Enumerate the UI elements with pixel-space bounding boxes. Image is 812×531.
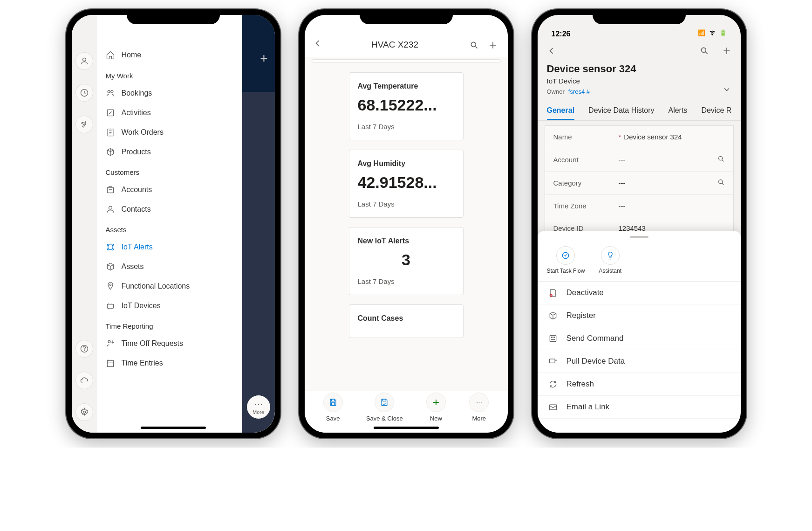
tab-alerts[interactable]: Alerts [668,101,687,120]
accounts-icon [106,185,115,194]
workorders-icon [106,128,115,137]
recent-icon[interactable] [75,84,93,102]
more-icon: ⋯ [469,393,489,412]
owner-link[interactable]: fsres4 # [568,88,590,95]
help-icon[interactable] [75,340,93,358]
left-rail [72,15,97,433]
add-icon[interactable] [722,46,731,57]
profile-icon[interactable] [75,52,93,70]
cloud-icon[interactable] [75,372,93,389]
register-icon [548,311,558,320]
tab-device-r[interactable]: Device R [701,101,731,120]
action-pull-data[interactable]: Pull Device Data [538,350,741,373]
action-deactivate[interactable]: Deactivate [538,282,741,304]
more-button[interactable]: ⋯ More [469,393,489,422]
svg-point-0 [83,58,86,61]
title-section: Device sensor 324 IoT Device Owner fsres… [538,63,741,101]
action-refresh[interactable]: Refresh [538,373,741,396]
deactivate-icon [548,288,558,297]
email-icon [548,402,558,412]
svg-rect-9 [107,187,113,193]
svg-point-4 [83,411,86,414]
tabs: General Device Data History Alerts Devic… [538,101,741,121]
battery-icon: 🔋 [719,29,727,36]
metric-value: 3 [358,251,455,269]
device-subtitle: IoT Device [547,77,731,85]
metric-card-humidity[interactable]: Avg Humidity 42.91528... Last 7 Days [349,150,464,218]
svg-rect-18 [107,360,113,366]
add-icon[interactable]: + [260,51,267,66]
phone-3: 12:26 📶 🔋 Device sensor 324 IoT Device O… [532,9,746,438]
svg-rect-20 [331,399,334,401]
products-icon [106,147,115,157]
action-email-link[interactable]: Email a Link [538,396,741,419]
save-close-button[interactable]: Save & Close [366,393,403,422]
metric-period: Last 7 Days [358,277,455,285]
svg-point-23 [701,48,706,52]
add-icon[interactable] [486,41,499,50]
svg-rect-21 [331,403,334,406]
more-button[interactable]: ⋯ More [247,395,270,419]
search-icon[interactable] [468,41,481,50]
svg-point-5 [108,90,110,93]
pin-icon[interactable] [75,116,93,133]
settings-icon[interactable] [75,403,93,421]
timeoff-icon [106,339,115,348]
svg-point-11 [107,244,109,245]
lookup-icon[interactable] [717,179,725,187]
action-register[interactable]: Register [538,304,741,327]
svg-point-6 [110,90,113,93]
home-icon [106,50,115,60]
form: Name * Device sensor 324 Account --- Cat… [538,121,741,245]
device-title: Device sensor 324 [547,63,731,75]
field-category[interactable]: Category --- [545,172,733,195]
back-icon[interactable] [547,46,556,57]
svg-point-30 [553,337,553,338]
lookup-icon[interactable] [717,155,725,164]
svg-point-25 [718,180,722,184]
field-account[interactable]: Account --- [545,148,733,172]
field-timezone[interactable]: Time Zone --- [545,195,733,217]
tab-history[interactable]: Device Data History [588,101,654,120]
save-icon [323,393,343,412]
signal-icon: 📶 [698,29,705,36]
svg-rect-33 [549,405,556,410]
activities-icon [106,108,115,117]
svg-rect-32 [549,359,555,363]
new-button[interactable]: + New [426,393,446,422]
metric-label: New IoT Alerts [358,237,455,245]
chevron-down-icon[interactable] [722,85,731,96]
sheet-handle[interactable] [630,236,648,238]
field-name[interactable]: Name * Device sensor 324 [545,126,733,148]
svg-point-3 [84,351,85,351]
svg-rect-16 [107,304,113,308]
phone-1: Home Apps → My Work Bookings Activities … [66,9,280,438]
save-button[interactable]: Save [323,393,343,422]
svg-point-15 [109,284,111,285]
metric-label: Count Cases [358,314,455,323]
iotalerts-icon [106,242,115,252]
background-overlay[interactable]: + ⋯ More [242,15,275,433]
timeentries-icon [106,359,115,368]
send-command-icon [548,334,558,343]
wifi-icon [708,28,717,38]
pull-data-icon [548,357,558,366]
contacts-icon [106,205,115,214]
tab-general[interactable]: General [547,101,575,120]
metric-period: Last 7 Days [358,200,455,208]
back-icon[interactable] [313,39,322,50]
svg-rect-22 [383,399,386,401]
metric-value: 68.15222... [358,96,455,114]
action-send-command[interactable]: Send Command [538,327,741,350]
metric-card-cases[interactable]: Count Cases [349,304,464,338]
taskflow-button[interactable]: Start Task Flow [547,246,585,274]
metric-card-temp[interactable]: Avg Temperature 68.15222... Last 7 Days [349,72,464,140]
status-icons: 📶 🔋 [698,28,727,38]
assistant-button[interactable]: Assistant [599,246,621,274]
svg-point-31 [554,337,555,338]
metric-card-alerts[interactable]: New IoT Alerts 3 Last 7 Days [349,227,464,295]
search-icon[interactable] [700,46,709,57]
svg-point-29 [551,337,552,338]
owner-row: Owner fsres4 # [547,88,590,95]
metric-value: 42.91528... [358,173,455,192]
